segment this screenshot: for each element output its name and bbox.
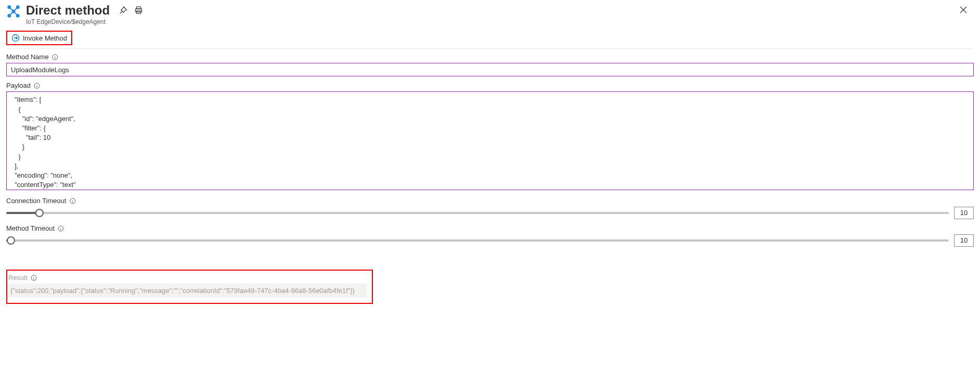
method-name-input[interactable] [6, 63, 974, 76]
result-section: Result {"status":200,"payload":{"status"… [6, 270, 373, 304]
info-icon[interactable] [34, 83, 40, 89]
close-icon [960, 6, 967, 15]
method-name-field: Method Name [6, 53, 974, 76]
breadcrumb: IoT EdgeDevice/$edgeAgent [26, 19, 110, 26]
info-icon[interactable] [58, 225, 64, 232]
result-output: {"status":200,"payload":{"status":"Runni… [7, 284, 367, 298]
info-icon[interactable] [70, 198, 76, 204]
invoke-arrow-icon [11, 34, 20, 42]
slider-thumb[interactable] [7, 236, 15, 245]
method-timeout-label: Method Timeout [6, 224, 55, 232]
info-icon[interactable] [31, 275, 37, 281]
payload-label: Payload [6, 82, 31, 89]
close-button[interactable] [953, 0, 974, 21]
connection-timeout-field: Connection Timeout 10 [6, 197, 974, 219]
invoke-method-label: Invoke Method [23, 34, 67, 42]
toolbar: Invoke Method [6, 28, 974, 49]
connection-timeout-slider[interactable] [6, 207, 949, 219]
page-title: Direct method [26, 3, 110, 18]
connection-timeout-label: Connection Timeout [6, 197, 66, 205]
payload-input[interactable] [6, 91, 974, 190]
info-icon[interactable] [52, 54, 58, 60]
result-label: Result [8, 274, 28, 282]
connection-timeout-value[interactable]: 10 [954, 207, 974, 219]
slider-thumb[interactable] [35, 209, 44, 217]
method-timeout-field: Method Timeout 10 [6, 224, 974, 247]
page-header: Direct method IoT EdgeDevice/$edgeAgent [6, 0, 974, 28]
direct-method-icon [6, 4, 21, 19]
method-timeout-value[interactable]: 10 [954, 234, 974, 247]
method-name-label: Method Name [6, 53, 49, 61]
payload-field: Payload [6, 82, 974, 192]
svg-rect-5 [137, 7, 141, 9]
invoke-method-button[interactable]: Invoke Method [6, 31, 72, 45]
method-timeout-slider[interactable] [6, 234, 949, 247]
pin-icon[interactable] [119, 6, 127, 15]
print-icon[interactable] [135, 6, 143, 15]
